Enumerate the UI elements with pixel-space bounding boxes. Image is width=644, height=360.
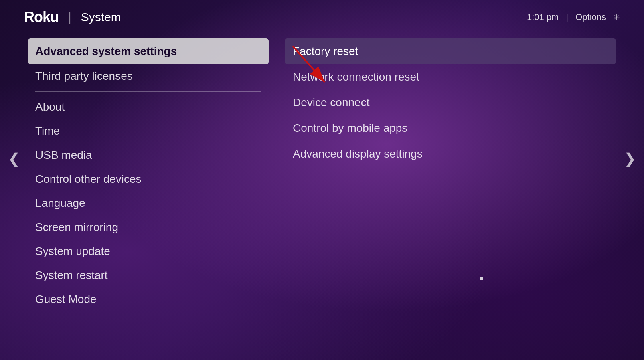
page-title: System [81,10,121,24]
header-right-separator: | [566,12,568,22]
menu-item-usb-media[interactable]: USB media [28,143,269,167]
right-menu-item-network-connection-reset[interactable]: Network connection reset [285,64,616,90]
menu-item-language[interactable]: Language [28,191,269,215]
menu-item-advanced-system-settings[interactable]: Advanced system settings [28,38,269,64]
content-wrapper: Roku | System 1:01 pm | Options ✳ ❮ Adva… [0,0,644,360]
menu-item-control-other-devices[interactable]: Control other devices [28,167,269,191]
menu-item-about[interactable]: About [28,95,269,119]
header-divider: | [68,10,71,24]
header: Roku | System 1:01 pm | Options ✳ [0,0,644,34]
menu-item-system-restart[interactable]: System restart [28,263,269,287]
menu-item-time[interactable]: Time [28,119,269,143]
options-icon: ✳ [613,12,620,22]
right-menu-item-device-connect[interactable]: Device connect [285,90,616,115]
menu-divider [35,91,261,92]
left-panel: Advanced system settings Third party lic… [28,38,269,311]
right-panel: Factory reset Network connection reset D… [269,38,616,167]
options-label[interactable]: Options [575,12,606,22]
menu-item-screen-mirroring[interactable]: Screen mirroring [28,215,269,239]
nav-left-arrow[interactable]: ❮ [0,38,28,279]
right-menu-item-factory-reset[interactable]: Factory reset [285,38,616,64]
menu-item-third-party-licenses[interactable]: Third party licenses [28,64,269,88]
header-right: 1:01 pm | Options ✳ [527,12,620,22]
menu-item-system-update[interactable]: System update [28,239,269,263]
menu-item-guest-mode[interactable]: Guest Mode [28,287,269,311]
header-left: Roku | System [24,9,121,26]
clock: 1:01 pm [527,12,559,22]
right-menu-item-control-by-mobile-apps[interactable]: Control by mobile apps [285,115,616,141]
cursor-dot [480,277,483,280]
nav-right-arrow[interactable]: ❯ [616,38,644,279]
main-area: ❮ Advanced system settings Third party l… [0,34,644,316]
right-menu-item-advanced-display-settings[interactable]: Advanced display settings [285,141,616,167]
roku-logo: Roku [24,9,59,26]
